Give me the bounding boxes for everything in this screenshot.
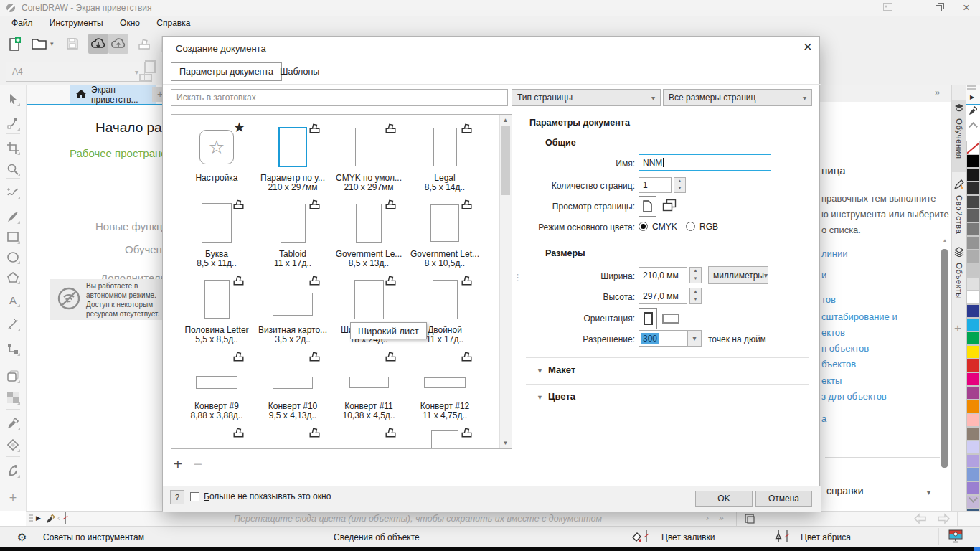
docker-link[interactable]: линии [821,248,848,259]
docker-link[interactable]: екты [821,375,842,386]
color-swatch[interactable] [966,345,980,359]
template-item[interactable] [179,425,255,448]
color-swatch[interactable] [966,236,980,250]
menu-help[interactable]: Справка [149,16,197,30]
tab-templates[interactable]: Шаблоны [273,63,326,80]
document-palette-eyedropper-icon[interactable] [46,514,55,526]
cloud-upload-icon[interactable] [108,34,128,54]
docker-scrollbar-thumb[interactable] [941,249,948,468]
fill-color-swatch[interactable] [646,530,647,542]
panel-splitter[interactable]: ⋮ [513,275,522,280]
crop-tool[interactable] [4,139,22,156]
polygon-tool[interactable] [4,268,22,286]
color-swatch[interactable] [966,372,980,386]
open-document-icon[interactable] [29,34,49,54]
palette-eyedropper-icon[interactable] [969,106,977,118]
template-item-envelope10[interactable]: Конверт #10 9,5 x 4,13д.. [255,349,331,425]
add-tools-button[interactable]: + [4,489,22,507]
height-stepper[interactable]: ▲▼ [689,288,702,304]
template-item-business-card[interactable]: Визитная карто... 3,5 x 2д.. [255,273,331,349]
grid-scrollbar-thumb[interactable] [501,126,510,195]
facing-pages-view-button[interactable] [662,199,677,214]
display-color-settings-icon[interactable] [948,529,963,545]
single-page-view-button[interactable] [639,196,656,217]
transparency-tool[interactable] [4,389,22,406]
shape-tool[interactable] [4,115,22,132]
dialog-close-icon[interactable]: × [798,38,817,55]
document-palette-flyout-icon[interactable]: ▶ [36,514,41,522]
dimension-tool[interactable] [4,316,22,333]
template-item-gov-legal[interactable]: Government Let... 8 x 10,5д.. [407,197,483,273]
document-palette-scroll-left-icon[interactable]: ‹ [57,513,60,523]
color-swatch[interactable] [966,154,980,168]
document-palette-scroll-right-icon[interactable]: › [706,513,709,523]
template-item-half-letter[interactable]: Половина Letter 5,5 x 8,5д.. [179,273,255,349]
close-button[interactable]: × [963,1,970,15]
color-swatch[interactable] [966,468,980,481]
docker-link[interactable]: сштабирование и [821,311,897,322]
color-swatch[interactable] [966,168,980,182]
new-document-icon[interactable] [4,34,24,54]
palette-scroll-up-icon[interactable] [969,122,978,131]
open-dropdown-icon[interactable]: ▾ [50,40,54,47]
status-tool-tips[interactable]: Советы по инструментам [43,532,144,542]
height-field[interactable]: 297,0 мм [639,288,687,304]
docker-link[interactable]: а [821,413,826,424]
color-swatch[interactable] [966,386,980,400]
document-palette-grip[interactable] [29,514,33,523]
restore-button[interactable] [936,3,944,14]
menu-window[interactable]: Окно [113,16,147,30]
color-swatch[interactable] [966,454,980,468]
scroll-up-icon[interactable]: ▲ [500,115,511,126]
dont-show-label[interactable]: Больше не показывать это окно [204,491,331,501]
smear-tool[interactable] [4,462,22,479]
color-swatch[interactable] [966,318,980,331]
minimize-button[interactable]: – [911,2,917,14]
width-stepper[interactable]: ▲▼ [689,267,702,283]
color-swatch[interactable] [966,222,980,236]
layout-section-header[interactable]: Макет [548,364,575,375]
resolution-field[interactable]: 300 [639,330,687,347]
artistic-media-tool[interactable] [4,208,22,225]
docker-link[interactable]: ектов [821,327,845,338]
template-item-gov-letter[interactable]: Government Le... 8,5 x 13д.. [331,197,407,273]
color-swatch[interactable] [966,250,980,263]
favorite-star-icon[interactable]: ★ [233,119,245,136]
template-item-envelope9[interactable]: Конверт #9 8,88 x 3,88д.. [179,349,255,425]
cancel-button[interactable]: Отмена [755,491,812,507]
docker-link[interactable]: н объектов [821,343,869,354]
tab-document-options[interactable]: Параметры документа [171,62,282,81]
template-item-letter[interactable]: Буква 8,5 x 11д.. [179,197,255,273]
palette-flyout-icon[interactable]: ▶ [970,94,974,100]
color-swatch[interactable] [966,209,980,222]
docker-tab-hints[interactable]: Обучения [952,100,966,172]
template-item[interactable] [255,425,331,448]
outline-color-swatch[interactable] [786,530,788,542]
status-object-info[interactable]: Сведения об объекте [334,532,420,542]
add-preset-button[interactable]: + [171,456,185,473]
no-color-swatch[interactable] [966,141,980,154]
docker-tab-objects[interactable]: Объекты [952,244,966,309]
add-docker-button[interactable]: + [954,321,961,336]
preview-mode-icon[interactable] [883,3,892,13]
template-item-envelope11[interactable]: Конверт #11 10,38 x 4,5д.. [331,349,407,425]
color-swatch[interactable] [966,359,980,372]
template-item-custom[interactable]: ★ ☆ Настройка [179,121,255,197]
ok-button[interactable]: OK [695,491,753,507]
color-swatch[interactable] [966,427,980,441]
page-count-field[interactable]: 1 [639,177,672,193]
rectangle-tool[interactable] [4,228,22,245]
colors-collapse-icon[interactable]: ▼ [537,394,543,401]
name-field[interactable]: NNM [639,154,771,171]
ellipse-tool[interactable] [4,248,22,265]
color-swatch[interactable] [966,441,980,454]
freehand-tool[interactable] [4,184,22,201]
portrait-orientation-button[interactable] [639,308,657,329]
color-swatch[interactable] [966,304,980,318]
document-palette-options-icon[interactable] [745,514,755,526]
grid-scrollbar[interactable]: ▲ ▼ [499,115,512,448]
status-settings-gear-icon[interactable]: ⚙ [17,531,27,544]
document-palette-no-color[interactable] [65,512,66,524]
width-field[interactable]: 210,0 мм [639,267,687,283]
template-item[interactable] [331,425,407,448]
